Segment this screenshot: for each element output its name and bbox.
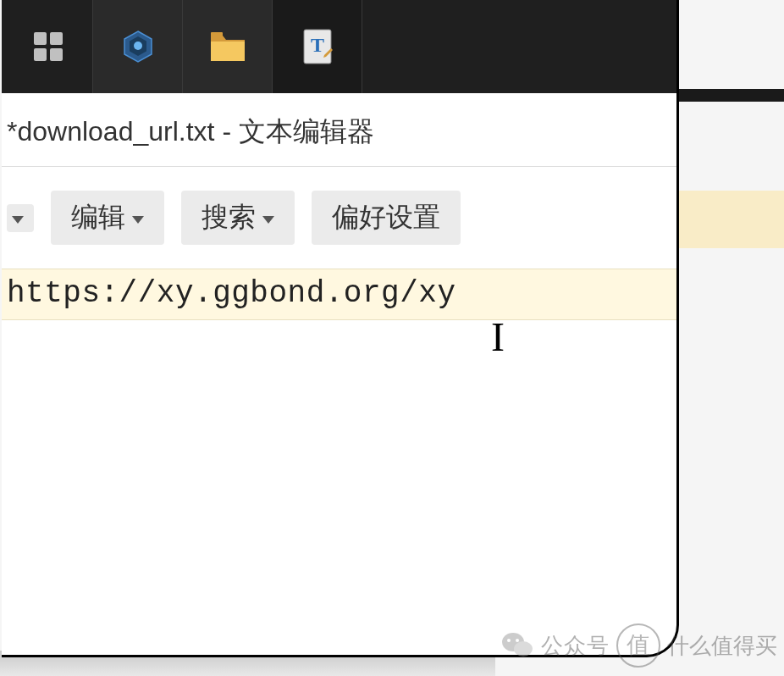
- window-frame: T *download_url.txt - 文本编辑器 编辑 搜索 偏好设置 h…: [2, 0, 679, 657]
- text-cursor-icon: I: [491, 313, 505, 360]
- file-manager-button[interactable]: [183, 0, 273, 93]
- window-title-bar: *download_url.txt - 文本编辑器: [2, 93, 676, 167]
- chevron-down-icon: [132, 216, 144, 224]
- menu-bar: 编辑 搜索 偏好设置: [2, 167, 676, 269]
- editor-text-area[interactable]: https://xy.ggbond.org/xy: [2, 269, 676, 320]
- filename-label: *download_url.txt: [7, 116, 214, 147]
- editor-line-1: https://xy.ggbond.org/xy: [7, 276, 455, 311]
- watermark-circle-icon: 值: [616, 623, 660, 668]
- search-menu-button[interactable]: 搜索: [181, 191, 295, 245]
- preferences-menu-label: 偏好设置: [332, 199, 440, 236]
- svg-point-7: [514, 641, 533, 657]
- svg-rect-3: [211, 32, 223, 36]
- title-separator: -: [214, 116, 238, 147]
- svg-point-9: [516, 639, 519, 642]
- svg-point-2: [134, 42, 142, 50]
- watermark: 公众号 值 什么值得买: [500, 623, 777, 668]
- background-dark-strip: [677, 89, 784, 102]
- chevron-down-icon: [12, 216, 24, 224]
- edit-menu-button[interactable]: 编辑: [51, 191, 164, 245]
- text-editor-icon: T: [301, 28, 334, 65]
- hexagon-app-icon: [121, 30, 155, 64]
- taskbar: T: [2, 0, 676, 93]
- apps-grid-icon: [34, 32, 63, 61]
- search-menu-label: 搜索: [202, 199, 256, 236]
- hexagon-app-button[interactable]: [93, 0, 183, 93]
- file-menu-button[interactable]: [7, 204, 34, 232]
- file-manager-icon: [209, 30, 246, 63]
- apps-launcher-button[interactable]: [3, 0, 93, 93]
- watermark-suffix: 什么值得买: [667, 631, 777, 661]
- background-yellow-strip: [677, 191, 784, 248]
- wechat-icon: [500, 629, 534, 662]
- edit-menu-label: 编辑: [71, 199, 125, 236]
- chevron-down-icon: [262, 216, 274, 224]
- text-editor-taskbar-button[interactable]: T: [273, 0, 362, 93]
- svg-text:T: T: [310, 34, 323, 56]
- watermark-prefix: 公众号: [541, 631, 610, 661]
- appname-label: 文本编辑器: [239, 116, 374, 147]
- svg-point-8: [507, 639, 511, 642]
- preferences-menu-button[interactable]: 偏好设置: [312, 191, 461, 245]
